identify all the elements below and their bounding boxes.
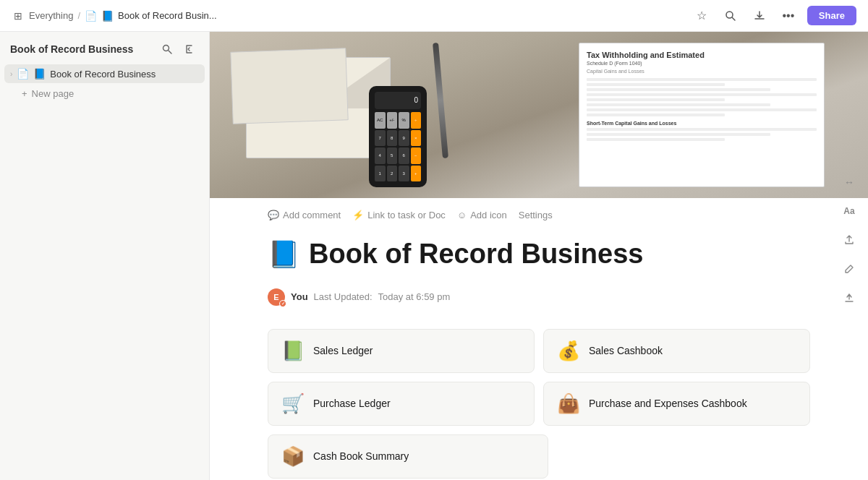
doc-row-2: 🛒 Purchase Ledger 👜 Purchase and Expense… xyxy=(268,382,810,426)
calc-btn: +/- xyxy=(387,112,398,129)
cash-book-summary-label: Cash Book Summary xyxy=(313,450,409,462)
page-toolbar: 💬 Add comment ⚡ Link to task or Doc ☺ Ad… xyxy=(210,198,868,226)
grid-icon: ⊞ xyxy=(12,9,25,22)
calc-btn: 5 xyxy=(387,147,398,164)
calc-btn: 3 xyxy=(399,166,409,182)
empty-slot xyxy=(557,434,810,479)
svg-point-0 xyxy=(726,12,733,18)
calc-btn: − xyxy=(411,147,422,164)
document-grid: 📗 Sales Ledger 💰 Sales Cashbook 🛒 Purcha… xyxy=(210,329,868,480)
author-avatar: E ✓ xyxy=(268,288,285,306)
sidebar-header-icons xyxy=(158,40,199,58)
link-to-task-button[interactable]: ⚡ Link to task or Doc xyxy=(352,210,446,220)
author-name: You xyxy=(291,291,308,302)
hero-image-inner: 0 AC +/- % ÷ 7 8 9 × 4 5 6 xyxy=(210,32,868,198)
content-area: 0 AC +/- % ÷ 7 8 9 × 4 5 6 xyxy=(210,32,868,480)
search-button[interactable] xyxy=(720,6,741,26)
add-icon-button[interactable]: ☺ Add icon xyxy=(457,210,507,220)
sidebar-header: Book of Record Business xyxy=(0,32,209,64)
topbar: ⊞ Everything / 📄 📘 Book of Record Busin.… xyxy=(0,0,868,32)
page-icon: 📄 xyxy=(85,10,97,22)
calc-btn: AC xyxy=(375,112,386,129)
new-page-plus-icon: + xyxy=(22,88,27,99)
calc-btn: + xyxy=(411,166,422,182)
breadcrumb: ⊞ Everything / 📄 📘 Book of Record Busin.… xyxy=(12,9,217,22)
export-button[interactable] xyxy=(839,288,859,308)
author-row: E ✓ You Last Updated: Today at 6:59 pm xyxy=(210,288,868,329)
sidebar: Book of Record Business › 📄 📘 xyxy=(0,32,210,480)
comment-icon: 💬 xyxy=(268,210,279,220)
calc-btn: 1 xyxy=(375,166,386,182)
doc-row-3: 📦 Cash Book Summary xyxy=(268,434,810,479)
page-title-area: 📘 Book of Record Business xyxy=(210,226,868,288)
calc-btn: 2 xyxy=(387,166,398,182)
last-updated-label: Last Updated: xyxy=(314,291,373,302)
sidebar-page-doc-icon: 📄 xyxy=(17,68,29,80)
svg-point-2 xyxy=(163,46,169,51)
right-tools-panel: ↔ Aa xyxy=(839,172,859,308)
svg-line-3 xyxy=(169,51,171,53)
link-to-task-label: Link to task or Doc xyxy=(367,210,446,220)
share-button[interactable]: Share xyxy=(807,6,856,25)
cash-book-summary-icon: 📦 xyxy=(281,445,305,468)
topbar-actions: ☆ ••• Share xyxy=(692,6,856,26)
calc-btn: 9 xyxy=(399,130,409,147)
calc-btn: % xyxy=(399,112,409,129)
calc-btn: 7 xyxy=(375,130,386,147)
sidebar-search-button[interactable] xyxy=(158,40,176,58)
add-comment-button[interactable]: 💬 Add comment xyxy=(268,210,341,220)
page-title-text: Book of Record Business xyxy=(309,238,643,271)
new-page-button[interactable]: + New page xyxy=(4,85,205,103)
purchase-ledger-label: Purchase Ledger xyxy=(313,398,391,409)
settings-label: Settings xyxy=(519,210,553,220)
sidebar-item-label: Book of Record Business xyxy=(50,69,197,80)
sales-cashbook-label: Sales Cashbook xyxy=(589,345,663,356)
calc-btn: × xyxy=(411,130,422,147)
main-layout: Book of Record Business › 📄 📘 xyxy=(0,32,868,480)
font-button[interactable]: Aa xyxy=(839,201,859,221)
sidebar-chevron-icon: › xyxy=(10,70,12,78)
download-button[interactable] xyxy=(749,6,770,26)
more-options-button[interactable]: ••• xyxy=(778,6,799,26)
sidebar-collapse-button[interactable] xyxy=(182,40,199,58)
cash-book-summary-card[interactable]: 📦 Cash Book Summary xyxy=(268,434,548,479)
edit-button[interactable] xyxy=(839,259,859,279)
new-page-label: New page xyxy=(32,88,75,99)
sales-ledger-card[interactable]: 📗 Sales Ledger xyxy=(268,329,535,373)
last-updated-time: Today at 6:59 pm xyxy=(378,291,451,302)
svg-line-1 xyxy=(732,17,735,20)
page-title-emoji: 📘 xyxy=(268,239,300,270)
sales-cashbook-card[interactable]: 💰 Sales Cashbook xyxy=(543,329,810,373)
share-tool-button[interactable] xyxy=(839,230,859,250)
purchase-expenses-card[interactable]: 👜 Purchase and Expenses Cashbook xyxy=(543,382,810,426)
calc-btn: 4 xyxy=(375,147,386,164)
breadcrumb-separator: / xyxy=(77,10,80,21)
author-badge: ✓ xyxy=(279,300,286,307)
purchase-expenses-label: Purchase and Expenses Cashbook xyxy=(589,398,747,409)
page-title: 📘 Book of Record Business xyxy=(268,238,810,271)
calc-btn: ÷ xyxy=(411,112,422,129)
calculator-screen: 0 xyxy=(375,92,421,109)
settings-button[interactable]: Settings xyxy=(519,210,553,220)
bookmark-button[interactable]: ☆ xyxy=(692,6,712,26)
doc-row-1: 📗 Sales Ledger 💰 Sales Cashbook xyxy=(268,329,810,373)
sidebar-item-book-of-record[interactable]: › 📄 📘 Book of Record Business xyxy=(4,64,205,83)
sales-ledger-label: Sales Ledger xyxy=(313,345,373,356)
add-comment-label: Add comment xyxy=(283,210,341,220)
expand-button[interactable]: ↔ xyxy=(839,172,859,192)
sales-cashbook-icon: 💰 xyxy=(557,340,580,362)
page-breadcrumb-name: Book of Record Busin... xyxy=(118,10,217,21)
link-icon: ⚡ xyxy=(352,210,364,220)
calc-btn: 6 xyxy=(399,147,409,164)
purchase-ledger-icon: 🛒 xyxy=(281,393,305,415)
sidebar-page-emoji-icon: 📘 xyxy=(33,68,46,80)
sales-ledger-icon: 📗 xyxy=(281,340,305,362)
calc-btn: 8 xyxy=(387,130,398,147)
page-emoji-icon: 📘 xyxy=(101,10,114,22)
smiley-icon: ☺ xyxy=(457,210,467,220)
app-name: Everything xyxy=(29,10,73,21)
purchase-expenses-icon: 👜 xyxy=(557,393,580,415)
purchase-ledger-card[interactable]: 🛒 Purchase Ledger xyxy=(268,382,535,426)
hero-image: 0 AC +/- % ÷ 7 8 9 × 4 5 6 xyxy=(210,32,868,198)
sidebar-title: Book of Record Business xyxy=(10,43,133,55)
